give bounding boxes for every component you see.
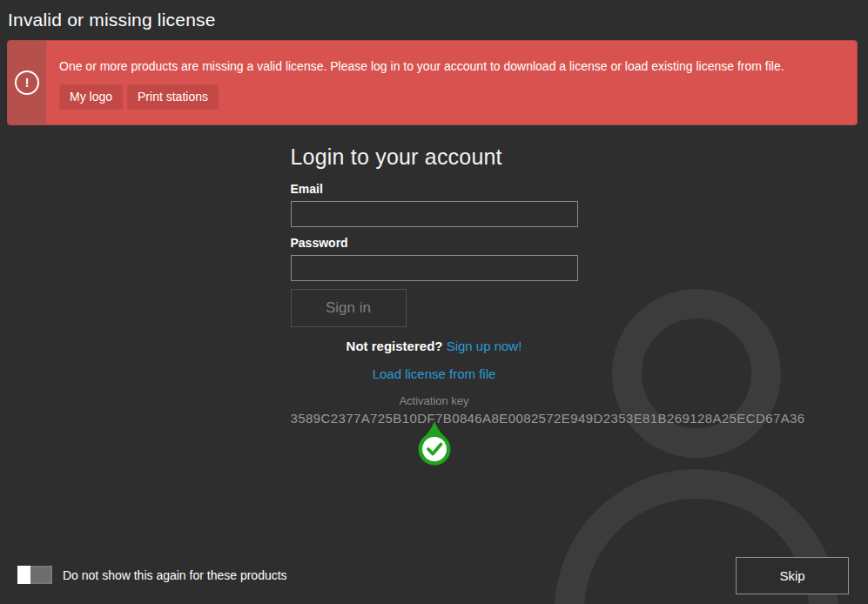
product-chip-print-stations[interactable]: Print stations: [127, 84, 219, 110]
license-alert-banner: ! One or more products are missing a val…: [7, 40, 858, 125]
product-chip-my-logo[interactable]: My logo: [59, 84, 123, 110]
password-field[interactable]: [291, 255, 578, 281]
sign-up-link[interactable]: Sign up now!: [447, 339, 522, 353]
check-badge-icon: [417, 420, 452, 466]
register-line: Not registered? Sign up now!: [291, 339, 578, 353]
page-title: Invalid or missing license: [8, 10, 216, 30]
login-form: Login to your account Email Password Sig…: [291, 144, 578, 426]
alert-message: One or more products are missing a valid…: [59, 59, 784, 73]
license-dialog: { "window": { "title": "Invalid or missi…: [0, 0, 868, 604]
do-not-show-row: Do not show this again for these product…: [17, 566, 287, 584]
load-license-line: Load license from file: [291, 367, 578, 381]
password-label: Password: [291, 236, 578, 250]
alert-body: One or more products are missing a valid…: [46, 41, 798, 124]
toggle-knob[interactable]: [17, 566, 30, 584]
load-license-link[interactable]: Load license from file: [373, 366, 496, 381]
alert-accent-strip: !: [8, 41, 46, 124]
email-field[interactable]: [291, 201, 578, 227]
login-section: Login to your account Email Password Sig…: [0, 144, 868, 426]
affected-products: My logo Print stations: [59, 84, 784, 110]
login-heading: Login to your account: [291, 144, 578, 170]
sign-in-button[interactable]: Sign in: [291, 289, 407, 327]
not-registered-text: Not registered?: [347, 339, 447, 353]
do-not-show-label: Do not show this again for these product…: [63, 568, 287, 582]
email-label: Email: [291, 182, 578, 196]
skip-button[interactable]: Skip: [736, 557, 849, 594]
exclamation-circle-icon: !: [15, 70, 39, 95]
do-not-show-toggle[interactable]: [17, 566, 52, 584]
activation-key-label: Activation key: [291, 395, 578, 407]
